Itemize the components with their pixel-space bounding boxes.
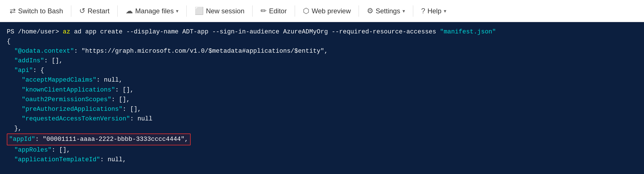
divider-1 — [71, 5, 71, 17]
json-line-11: "appRoles": [], — [7, 145, 637, 155]
editor-button[interactable]: ✏ Editor — [257, 4, 291, 18]
help-chevron-icon: ▾ — [444, 8, 446, 14]
manage-files-button[interactable]: ☁ Manage files ▾ — [122, 4, 182, 18]
cmd-rest: ad app create --display-name ADT-app --s… — [70, 27, 440, 37]
manage-files-chevron-icon: ▾ — [176, 8, 178, 14]
json-line-5: "knownClientApplications": [], — [7, 85, 637, 95]
app-id-highlight: "appId": "00001111-aaaa-2222-bbbb-3333cc… — [7, 133, 191, 145]
help-icon: ? — [421, 7, 425, 15]
new-session-icon: ⬜ — [195, 7, 204, 15]
restart-label: Restart — [88, 7, 109, 15]
manage-files-icon: ☁ — [126, 7, 133, 15]
divider-7 — [413, 5, 413, 17]
switch-icon: ⇄ — [10, 7, 16, 15]
cmd-az: az — [63, 27, 70, 37]
prompt: PS /home/user> — [7, 27, 63, 37]
editor-icon: ✏ — [260, 7, 267, 15]
json-line-1: "@odata.context": "https://graph.microso… — [7, 46, 637, 56]
toolbar: ⇄ Switch to Bash ↺ Restart ☁ Manage file… — [0, 0, 644, 22]
editor-label: Editor — [269, 7, 287, 15]
settings-icon: ⚙ — [367, 7, 373, 15]
restart-button[interactable]: ↺ Restart — [75, 4, 113, 18]
new-session-label: New session — [206, 7, 244, 15]
json-line-9: }, — [7, 124, 637, 133]
manage-files-label: Manage files — [135, 7, 174, 15]
cmd-string: "manifest.json" — [440, 27, 496, 37]
settings-chevron-icon: ▾ — [402, 8, 405, 14]
switch-to-bash-button[interactable]: ⇄ Switch to Bash — [6, 4, 67, 18]
web-preview-button[interactable]: ⬡ Web preview — [299, 4, 355, 18]
command-line: PS /home/user> az ad app create --displa… — [7, 27, 637, 37]
json-line-3: "api": { — [7, 66, 637, 75]
json-line-6: "oauth2PermissionScopes": [], — [7, 95, 637, 105]
help-button[interactable]: ? Help ▾ — [417, 4, 450, 18]
json-line-2: "addIns": [], — [7, 56, 637, 66]
settings-label: Settings — [376, 7, 400, 15]
divider-5 — [295, 5, 295, 17]
restart-icon: ↺ — [79, 7, 85, 15]
json-line-0: { — [7, 37, 637, 46]
json-line-4: "acceptMappedClaims": null, — [7, 75, 637, 85]
divider-6 — [359, 5, 359, 17]
help-label: Help — [427, 7, 441, 15]
settings-button[interactable]: ⚙ Settings ▾ — [363, 4, 409, 18]
json-line-7: "preAuthorizedApplications": [], — [7, 105, 637, 114]
app-id-line: "appId": "00001111-aaaa-2222-bbbb-3333cc… — [7, 133, 637, 145]
web-preview-label: Web preview — [312, 7, 351, 15]
new-session-button[interactable]: ⬜ New session — [191, 4, 248, 18]
terminal[interactable]: PS /home/user> az ad app create --displa… — [0, 22, 644, 174]
divider-3 — [186, 5, 187, 17]
json-line-8: "requestedAccessTokenVersion": null — [7, 114, 637, 124]
divider-2 — [117, 5, 118, 17]
json-line-12: "applicationTemplateId": null, — [7, 155, 637, 165]
web-preview-icon: ⬡ — [303, 7, 309, 15]
divider-4 — [252, 5, 253, 17]
switch-to-bash-label: Switch to Bash — [18, 7, 63, 15]
